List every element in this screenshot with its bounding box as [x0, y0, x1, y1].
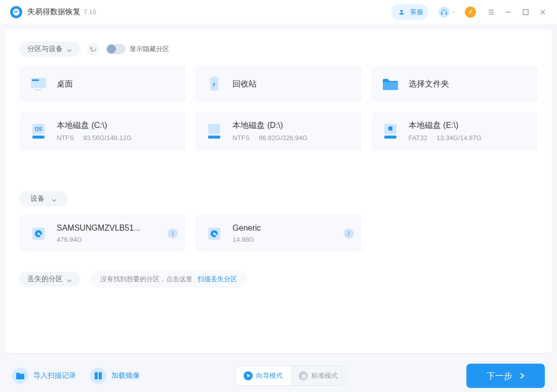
svg-rect-26	[95, 372, 98, 379]
svg-rect-16	[208, 136, 220, 139]
svg-rect-4	[523, 10, 528, 15]
disk-size: 93.56G/148.12G	[83, 134, 132, 142]
hdd-icon	[205, 225, 223, 243]
disk-size: 13.34G/14.87G	[436, 134, 482, 142]
svg-rect-27	[99, 372, 102, 379]
disk-fs: NTFS	[57, 134, 74, 142]
standard-mode-button[interactable]: ▦ 标准模式	[291, 366, 346, 385]
disk-c-card[interactable]: OS 本地磁盘 (C:\) NTFS93.56G/148.12G	[19, 111, 186, 151]
svg-rect-3	[446, 13, 447, 15]
recycle-bin-card[interactable]: 回收站	[195, 66, 362, 102]
flag-icon: ⚑	[244, 371, 253, 380]
quick-locations-grid: 桌面 回收站 选择文件夹	[19, 66, 538, 102]
wizard-mode-label: 向导模式	[256, 371, 283, 380]
menu-icon[interactable]	[487, 8, 495, 16]
grid-icon: ▦	[299, 371, 308, 380]
wizard-mode-button[interactable]: ⚑ 向导模式	[235, 366, 291, 385]
svg-rect-15	[208, 124, 220, 134]
mode-toggle: ⚑ 向导模式 ▦ 标准模式	[235, 366, 346, 386]
device-dropdown[interactable]: 设备	[19, 191, 68, 206]
info-icon[interactable]: i	[344, 229, 354, 239]
partition-section-header: 分区与设备 显示隐藏分区	[19, 41, 538, 57]
choose-folder-card[interactable]: 选择文件夹	[371, 66, 538, 102]
card-title: 回收站	[232, 79, 351, 90]
load-image-button[interactable]: 加载镜像	[90, 368, 140, 384]
svg-rect-14	[32, 136, 45, 139]
svg-rect-19	[384, 136, 396, 139]
lost-partition-dropdown[interactable]: 丢失的分区	[19, 272, 80, 287]
card-title: 本地磁盘 (D:\)	[232, 120, 351, 131]
hidden-toggle-label: 显示隐藏分区	[130, 45, 169, 54]
disks-grid: OS 本地磁盘 (C:\) NTFS93.56G/148.12G 本地磁盘 (D…	[19, 111, 538, 151]
headphone-button[interactable]: -	[433, 4, 460, 20]
chevron-right-icon	[520, 372, 525, 379]
import-scan-button[interactable]: 导入扫描记录	[12, 368, 76, 384]
disk-fs: NTFS	[232, 134, 250, 142]
hdd-icon	[29, 225, 48, 243]
user-icon	[396, 7, 407, 18]
device-samsung-card[interactable]: SAMSUNGMZVLB51... 476.94G i	[19, 214, 186, 252]
main-panel: 分区与设备 显示隐藏分区 桌面 回收站 选择文件夹	[5, 29, 552, 353]
minimize-icon[interactable]	[504, 8, 512, 16]
os-disk-icon: OS	[29, 122, 48, 140]
folder-icon	[381, 75, 400, 93]
disk-d-card[interactable]: 本地磁盘 (D:\) NTFS86.82G/326.94G	[195, 111, 362, 151]
card-title: 本地磁盘 (E:\)	[409, 120, 528, 131]
external-disk-icon	[381, 122, 400, 140]
titlebar: 失易得数据恢复 7.16 客服 - ✓	[0, 0, 557, 24]
device-generic-card[interactable]: Generic 14.88G i	[195, 214, 362, 252]
svg-rect-11	[383, 82, 398, 90]
chevron-down-icon	[67, 277, 72, 282]
device-size: 476.94G	[57, 236, 82, 243]
svg-rect-9	[209, 78, 219, 80]
disk-icon	[205, 122, 223, 140]
svg-rect-7	[35, 89, 42, 91]
card-title: 本地磁盘 (C:\)	[57, 120, 176, 131]
device-section: 设备 SAMSUNGMZVLB51... 476.94G i Generic	[19, 191, 538, 252]
bottombar: 导入扫描记录 加载镜像 ⚑ 向导模式 ▦ 标准模式 下一步	[0, 358, 557, 392]
scan-lost-link[interactable]: 扫描丢失分区	[197, 275, 237, 283]
upgrade-icon[interactable]: ✓	[465, 7, 476, 18]
refresh-button[interactable]	[87, 43, 99, 55]
svg-rect-18	[388, 126, 392, 130]
card-title: 选择文件夹	[409, 79, 528, 90]
info-icon[interactable]: i	[168, 229, 178, 239]
partition-dropdown[interactable]: 分区与设备	[19, 41, 80, 57]
close-icon[interactable]	[539, 8, 547, 16]
lost-hint: 没有找到想要的分区，点击这里 扫描丢失分区	[90, 271, 247, 288]
customer-service-label: 客服	[410, 8, 423, 17]
image-load-icon	[90, 368, 106, 384]
card-title: Generic	[232, 224, 351, 233]
app-logo-icon	[10, 6, 22, 18]
folder-import-icon	[12, 368, 28, 384]
customer-service-button[interactable]: 客服	[391, 4, 428, 20]
load-image-label: 加载镜像	[111, 371, 140, 380]
svg-rect-10	[212, 76, 216, 78]
next-button[interactable]: 下一步	[466, 364, 545, 388]
svg-rect-2	[441, 13, 442, 15]
svg-text:OS: OS	[35, 126, 43, 132]
import-label: 导入扫描记录	[33, 371, 76, 380]
desktop-icon	[29, 75, 48, 93]
device-label: 设备	[30, 194, 45, 203]
lost-hint-text: 没有找到想要的分区，点击这里	[100, 275, 192, 283]
recycle-icon	[205, 75, 223, 93]
device-size: 14.88G	[232, 236, 254, 243]
svg-point-1	[400, 10, 403, 12]
next-label: 下一步	[487, 370, 512, 382]
desktop-card[interactable]: 桌面	[19, 66, 186, 102]
card-title: SAMSUNGMZVLB51...	[57, 224, 176, 233]
maximize-icon[interactable]	[522, 8, 530, 16]
partition-label: 分区与设备	[27, 45, 63, 54]
disk-size: 86.82G/326.94G	[259, 134, 307, 142]
chevron-down-icon	[67, 47, 72, 52]
app-title: 失易得数据恢复	[27, 7, 81, 17]
lost-partition-section: 丢失的分区 没有找到想要的分区，点击这里 扫描丢失分区	[19, 271, 538, 288]
svg-rect-6	[32, 79, 39, 81]
lost-label: 丢失的分区	[27, 275, 63, 284]
hidden-partition-toggle[interactable]	[106, 44, 126, 54]
disk-e-card[interactable]: 本地磁盘 (E:\) FAT3213.34G/14.87G	[371, 111, 538, 151]
disk-fs: FAT32	[409, 134, 427, 142]
headphone-label: -	[453, 8, 455, 16]
card-title: 桌面	[57, 79, 176, 90]
